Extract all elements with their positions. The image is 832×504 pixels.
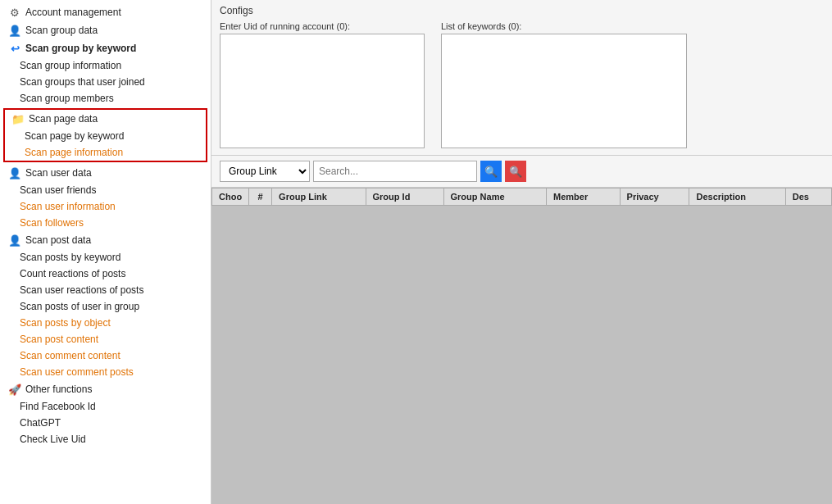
sidebar-label-scan-user-reactions-of-posts: Scan user reactions of posts	[20, 284, 143, 296]
sidebar-label-scan-groups-user-joined: Scan groups that user joined	[20, 76, 145, 88]
uid-label: Enter Uid of running account (0):	[220, 21, 425, 31]
sidebar-item-scan-group-data[interactable]: 👤 Scan group data	[0, 21, 211, 39]
person-icon-3: 👤	[8, 166, 21, 179]
sidebar-item-scan-user-data[interactable]: 👤 Scan user data	[0, 164, 211, 182]
sidebar-item-scan-user-information[interactable]: Scan user information	[0, 198, 211, 215]
sidebar-label-scan-page-information: Scan page information	[25, 147, 123, 158]
sidebar-label-scan-group-members: Scan group members	[20, 93, 114, 104]
search-filter-select[interactable]: Group Link Group Id Group Name Member Pr…	[220, 161, 310, 182]
search-input[interactable]	[313, 161, 477, 182]
sidebar-label-scan-post-data: Scan post data	[25, 234, 91, 246]
sidebar-label-scan-group-by-keyword: Scan group by keyword	[25, 43, 136, 54]
sidebar-item-check-live-uid[interactable]: Check Live Uid	[0, 431, 211, 447]
sidebar-item-scan-posts-by-object[interactable]: Scan posts by object	[0, 315, 211, 331]
search-clear-button[interactable]: 🔍	[505, 161, 526, 182]
sidebar-label-scan-posts-by-object: Scan posts by object	[20, 317, 111, 329]
col-choo: Choo	[212, 188, 249, 206]
sidebar-item-scan-page-by-keyword[interactable]: Scan page by keyword	[5, 128, 206, 144]
col-privacy: Privacy	[620, 188, 689, 206]
sidebar-label-scan-page-data: Scan page data	[29, 113, 98, 125]
configs-row: Enter Uid of running account (0): List o…	[220, 21, 824, 148]
sidebar-item-scan-group-information[interactable]: Scan group information	[0, 57, 211, 74]
sidebar-label-count-reactions-of-posts: Count reactions of posts	[20, 268, 125, 279]
col-member: Member	[547, 188, 621, 206]
sidebar-item-count-reactions-of-posts[interactable]: Count reactions of posts	[0, 266, 211, 282]
data-table: Choo # Group Link Group Id Group Name Me…	[211, 188, 832, 206]
sidebar-item-scan-posts-of-user-in-group[interactable]: Scan posts of user in group	[0, 298, 211, 315]
table-header: Choo # Group Link Group Id Group Name Me…	[212, 188, 832, 206]
sidebar: ⚙ Account management 👤 Scan group data ↩…	[0, 0, 211, 504]
sidebar-item-scan-post-data[interactable]: 👤 Scan post data	[0, 231, 211, 249]
search-button[interactable]: 🔍	[480, 161, 502, 182]
sidebar-item-scan-posts-by-keyword[interactable]: Scan posts by keyword	[0, 249, 211, 266]
gear-icon: ⚙	[8, 6, 21, 19]
sidebar-item-scan-group-members[interactable]: Scan group members	[0, 90, 211, 107]
sidebar-item-scan-user-friends[interactable]: Scan user friends	[0, 182, 211, 198]
sidebar-label-scan-posts-of-user-in-group: Scan posts of user in group	[20, 301, 139, 312]
col-group-link: Group Link	[272, 188, 366, 206]
sidebar-label-scan-group-information: Scan group information	[20, 60, 121, 71]
sidebar-item-scan-user-comment-posts[interactable]: Scan user comment posts	[0, 364, 211, 380]
sidebar-label-scan-posts-by-keyword: Scan posts by keyword	[20, 252, 120, 263]
sidebar-item-chatgpt[interactable]: ChatGPT	[0, 415, 211, 431]
sidebar-label-account-management: Account management	[25, 7, 121, 18]
sidebar-label-other-functions: Other functions	[25, 384, 92, 395]
configs-title: Configs	[220, 5, 824, 16]
sidebar-label-scan-user-data: Scan user data	[25, 167, 92, 179]
sidebar-item-account-management[interactable]: ⚙ Account management	[0, 3, 211, 21]
person-icon-4: 👤	[8, 234, 21, 247]
main-content: Configs Enter Uid of running account (0)…	[211, 0, 832, 504]
sidebar-item-scan-user-reactions-of-posts[interactable]: Scan user reactions of posts	[0, 282, 211, 298]
sidebar-label-find-facebook-id: Find Facebook Id	[20, 401, 96, 412]
sidebar-label-scan-post-content: Scan post content	[20, 334, 98, 345]
col-group-id: Group Id	[366, 188, 443, 206]
data-table-container: Choo # Group Link Group Id Group Name Me…	[211, 188, 832, 504]
sidebar-item-other-functions[interactable]: 🚀 Other functions	[0, 380, 211, 398]
configs-section: Configs Enter Uid of running account (0)…	[211, 0, 832, 156]
sidebar-item-scan-page-information[interactable]: Scan page information	[5, 144, 206, 161]
keyword-label: List of keywords (0):	[441, 21, 687, 31]
sidebar-label-scan-user-information: Scan user information	[20, 201, 116, 212]
sidebar-item-scan-post-content[interactable]: Scan post content	[0, 331, 211, 347]
col-des: Des	[785, 188, 831, 206]
table-header-row: Choo # Group Link Group Id Group Name Me…	[212, 188, 832, 206]
rocket-icon: 🚀	[8, 383, 21, 396]
person-icon-2: ↩	[8, 42, 21, 55]
sidebar-label-chatgpt: ChatGPT	[20, 417, 61, 429]
sidebar-item-find-facebook-id[interactable]: Find Facebook Id	[0, 398, 211, 415]
col-num: #	[249, 188, 272, 206]
sidebar-label-scan-followers: Scan followers	[20, 217, 84, 229]
sidebar-label-scan-page-by-keyword: Scan page by keyword	[25, 130, 124, 142]
col-description: Description	[689, 188, 785, 206]
uid-config-block: Enter Uid of running account (0):	[220, 21, 425, 148]
sidebar-label-scan-user-friends: Scan user friends	[20, 184, 96, 196]
keyword-config-block: List of keywords (0):	[441, 21, 687, 148]
sidebar-item-scan-groups-user-joined[interactable]: Scan groups that user joined	[0, 74, 211, 90]
search-bar: Group Link Group Id Group Name Member Pr…	[211, 156, 832, 188]
keyword-textarea[interactable]	[441, 34, 687, 148]
uid-textarea[interactable]	[220, 34, 425, 148]
sidebar-label-scan-group-data: Scan group data	[25, 25, 98, 36]
folder-icon: 📁	[11, 112, 25, 125]
sidebar-label-scan-user-comment-posts: Scan user comment posts	[20, 366, 134, 378]
person-icon-1: 👤	[8, 24, 21, 37]
sidebar-item-scan-followers[interactable]: Scan followers	[0, 215, 211, 231]
sidebar-item-scan-page-data[interactable]: 📁 Scan page data	[5, 110, 206, 128]
sidebar-label-scan-comment-content: Scan comment content	[20, 350, 120, 361]
sidebar-label-check-live-uid: Check Live Uid	[20, 434, 86, 445]
col-group-name: Group Name	[443, 188, 547, 206]
sidebar-group-box-page-data: 📁 Scan page data Scan page by keyword Sc…	[3, 108, 207, 162]
sidebar-item-scan-group-by-keyword[interactable]: ↩ Scan group by keyword	[0, 39, 211, 57]
sidebar-item-scan-comment-content[interactable]: Scan comment content	[0, 347, 211, 364]
